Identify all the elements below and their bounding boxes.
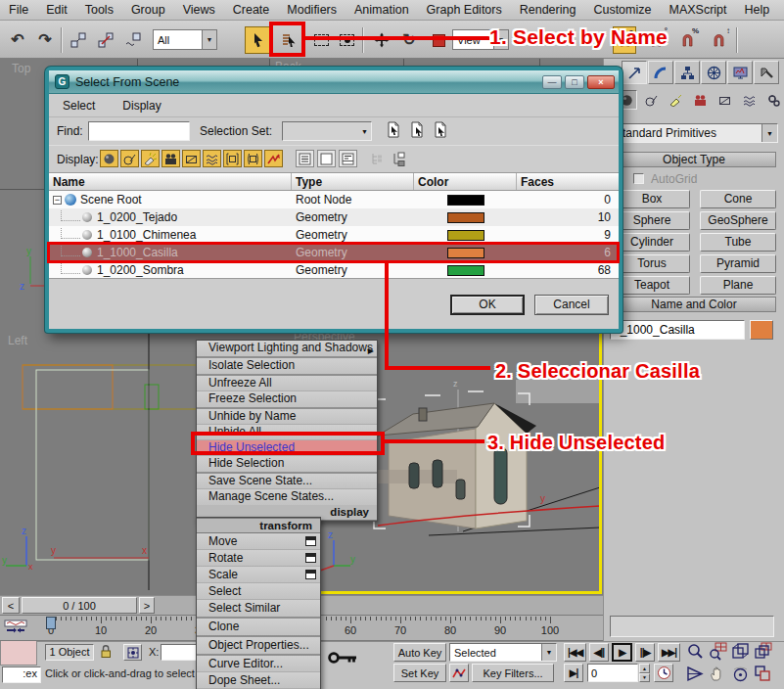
table-row[interactable]: −Scene RootRoot Node0 (49, 191, 619, 208)
object-color-swatch[interactable] (750, 320, 773, 340)
tab-motion[interactable] (701, 61, 726, 84)
select-and-move-icon[interactable] (368, 25, 395, 55)
menubar-item-create[interactable]: Create (224, 3, 279, 17)
dialog-menu-select[interactable]: Select (49, 99, 109, 113)
sfs-xrefs-icon[interactable] (244, 150, 262, 167)
column-header-name[interactable]: Name (49, 173, 292, 190)
sfs-helpers-icon[interactable] (182, 150, 201, 167)
dialog-menu-display[interactable]: Display (109, 99, 174, 113)
maxscript-listener-white[interactable]: :ex (2, 666, 41, 683)
ok-button[interactable]: OK (450, 295, 525, 315)
display-influences-icon[interactable] (390, 151, 408, 167)
play-button-icon[interactable]: ▶ (612, 643, 632, 662)
object-type-button-cone[interactable]: Cone (700, 190, 776, 208)
selection-filter-dropdown[interactable]: All▼ (153, 29, 217, 50)
zoom-extents-icon[interactable] (731, 642, 750, 664)
list-view-icon[interactable] (296, 150, 314, 167)
set-keys-key-icon[interactable] (327, 648, 358, 670)
spinner-down-icon[interactable]: ▼ (639, 673, 650, 683)
cancel-button[interactable]: Cancel (534, 295, 609, 315)
category-helpers-icon[interactable] (714, 90, 735, 110)
percent-snap-icon[interactable]: % (673, 25, 701, 55)
dropdown-arrow-icon[interactable]: ▼ (541, 644, 556, 661)
select-and-scale-icon[interactable] (425, 25, 452, 55)
autogrid-checkbox[interactable] (633, 173, 644, 184)
menubar-item-maxscript[interactable]: MAXScript (660, 3, 735, 17)
go-to-end-icon[interactable]: ▶▶| (658, 643, 680, 662)
tab-display[interactable] (727, 61, 753, 84)
category-cameras-icon[interactable] (689, 90, 711, 110)
menu-item-select-similar[interactable]: Select Similar (197, 600, 320, 617)
menu-item-curve-editor[interactable]: Curve Editor... (197, 656, 320, 672)
spinner-snap-icon[interactable]: ↕ (705, 25, 732, 55)
sfs-groups-icon[interactable] (223, 150, 242, 167)
create-selection-set-icon[interactable] (386, 121, 402, 141)
color-swatch[interactable] (447, 195, 484, 206)
table-row[interactable]: 1_0200_SombraGeometry68 (49, 261, 619, 279)
current-frame-marker[interactable] (46, 617, 56, 629)
bind-to-spacewarp-icon[interactable] (119, 25, 147, 55)
menu-item-dope-sheet[interactable]: Dope Sheet... (197, 672, 320, 689)
menubar-item-modifiers[interactable]: Modifiers (278, 3, 346, 17)
color-swatch[interactable] (447, 265, 484, 276)
sfs-spacewarps-icon[interactable] (203, 150, 221, 167)
selection-lock-icon[interactable] (100, 643, 113, 662)
select-and-link-icon[interactable] (65, 25, 92, 55)
object-name-field[interactable] (610, 320, 745, 340)
menubar-item-group[interactable]: Group (122, 3, 174, 17)
object-type-button-box[interactable]: Box (614, 190, 690, 208)
table-row[interactable]: 1_0200_TejadoGeometry10 (49, 208, 619, 226)
object-type-rollout[interactable]: Object Type (612, 152, 776, 167)
frame-spinner[interactable]: ▲ ▼ (639, 664, 650, 682)
column-list-icon[interactable] (339, 150, 357, 167)
primitives-dropdown[interactable]: Standard Primitives ▼ (610, 123, 778, 143)
menubar-item-file[interactable]: File (0, 3, 37, 17)
key-step-toggle-icon[interactable]: ▶| (564, 664, 583, 682)
category-spacewarps-icon[interactable] (738, 90, 760, 110)
key-mode-dropdown[interactable]: Selected ▼ (449, 643, 557, 662)
go-to-start-icon[interactable]: |◀◀ (564, 643, 586, 662)
sfs-bones-icon[interactable] (264, 150, 283, 167)
menu-item-freeze-selection[interactable]: Freeze Selection (197, 391, 377, 407)
menu-item-isolate-selection[interactable]: Isolate Selection (197, 358, 377, 374)
dialog-titlebar[interactable]: G Select From Scene — □ × (49, 70, 619, 94)
menu-item-rotate[interactable]: Rotate (197, 550, 320, 567)
dropdown-arrow-icon[interactable]: ▼ (761, 124, 777, 142)
object-type-button-teapot[interactable]: Teapot (614, 276, 690, 295)
menu-item-move[interactable]: Move (197, 533, 320, 550)
viewport-label-top[interactable]: Top (12, 62, 30, 75)
object-type-button-pyramid[interactable]: Pyramid (700, 254, 776, 273)
x-coordinate-field[interactable] (161, 644, 200, 661)
current-frame-field[interactable] (587, 664, 638, 682)
pan-hand-icon[interactable] (709, 665, 727, 686)
menu-item-unhide-by-name[interactable]: Unhide by Name (197, 409, 377, 425)
menubar-item-help[interactable]: Help (736, 3, 779, 17)
menubar-item-customize[interactable]: Customize (584, 3, 660, 17)
column-header-color[interactable]: Color (414, 173, 517, 190)
tab-utilities[interactable] (754, 61, 779, 84)
menubar-item-tools[interactable]: Tools (76, 3, 122, 17)
object-type-button-tube[interactable]: Tube (700, 233, 776, 252)
close-button[interactable]: × (587, 75, 615, 89)
orbit-icon[interactable] (731, 665, 750, 686)
menubar-item-graph-editors[interactable]: Graph Editors (418, 3, 511, 17)
zoom-icon[interactable] (686, 642, 705, 664)
set-key-button[interactable]: Set Key (393, 664, 446, 682)
name-color-rollout[interactable]: Name and Color (612, 297, 776, 312)
redo-icon[interactable]: ↷ (31, 25, 59, 55)
find-input[interactable] (88, 121, 190, 141)
menu-item-save-scene-state[interactable]: Save Scene State... (197, 474, 377, 489)
object-type-button-torus[interactable]: Torus (614, 254, 690, 273)
expand-icon[interactable]: − (53, 196, 62, 205)
menu-item-scale[interactable]: Scale (197, 567, 320, 583)
dropdown-arrow-icon[interactable]: ▼ (202, 30, 216, 49)
tab-create[interactable] (622, 61, 647, 84)
next-frame-button[interactable]: > (139, 597, 155, 614)
selection-set-dropdown[interactable]: ▼ (282, 121, 372, 141)
settings-box-icon[interactable] (305, 553, 316, 563)
category-shapes-icon[interactable] (640, 90, 662, 110)
menu-item-manage-scene-states[interactable]: Manage Scene States... (197, 489, 377, 505)
tab-modify[interactable] (648, 61, 673, 84)
rectangular-selection-region-icon[interactable] (307, 25, 335, 55)
unlink-selection-icon[interactable] (92, 25, 119, 55)
